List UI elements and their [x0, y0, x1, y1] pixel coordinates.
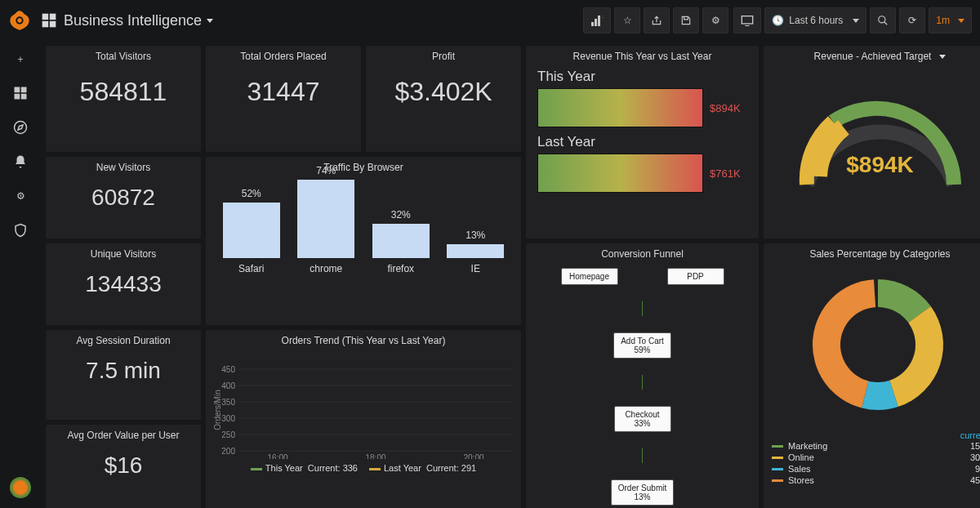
grid-icon[interactable] [11, 83, 30, 103]
add-panel-button[interactable]: + [583, 7, 611, 33]
svg-rect-14 [15, 94, 20, 100]
bar-chart: 52%Safari74%chrome32%firefox13%IE [206, 176, 521, 274]
dashboard-title: Business Intelligence [64, 12, 202, 29]
svg-rect-6 [591, 22, 594, 26]
grafana-logo [8, 9, 31, 32]
legend-item: Sales9% [772, 463, 980, 475]
time-range-picker[interactable]: 🕓 Last 6 hours [764, 7, 866, 33]
panel-title: Conversion Funnel [526, 243, 759, 263]
legend-item: Last Year Current: 291 [369, 463, 476, 473]
panel-title: Orders Trend (This Year vs Last Year) [206, 330, 521, 350]
dashboard-grid-icon [41, 12, 57, 29]
legend-header: current [772, 430, 980, 440]
bar: 32%firefox [376, 209, 425, 274]
stat-value: 60872 [46, 185, 201, 211]
donut-chart [764, 263, 980, 426]
panel-title: New Visitors [46, 157, 201, 176]
panel-orders-trend[interactable]: Orders Trend (This Year vs Last Year) 20… [206, 330, 521, 508]
svg-text:350: 350 [221, 398, 235, 407]
legend-item: This Year Current: 336 [251, 463, 358, 473]
stat-value: 31447 [206, 77, 361, 107]
gear-icon[interactable]: ⚙ [11, 186, 30, 206]
funnel-node: Add To Cart59% [613, 332, 671, 359]
refresh-interval: 1m [936, 15, 950, 26]
bar: 52%Safari [227, 188, 276, 274]
settings-button[interactable]: ⚙ [702, 7, 728, 33]
panel-total-visitors[interactable]: Total Visitors 584811 [46, 46, 201, 152]
panel-avg-order[interactable]: Avg Order Value per User $16 [46, 425, 201, 508]
stat-value: $3.402K [366, 77, 521, 107]
legend-item: Stores45% [772, 475, 980, 486]
gauge-chart [782, 70, 978, 201]
svg-text:+: + [602, 15, 604, 21]
funnel-node: PDP [667, 268, 724, 285]
plus-icon[interactable]: ＋ [11, 49, 30, 69]
panel-traffic-browser[interactable]: Traffic By Browser 52%Safari74%chrome32%… [206, 157, 521, 325]
svg-rect-8 [598, 16, 600, 26]
panel-unique-visitors[interactable]: Unique Visitors 134433 [46, 243, 201, 325]
panel-title: Traffic By Browser [206, 157, 521, 176]
svg-rect-10 [742, 16, 753, 24]
user-avatar[interactable] [10, 477, 31, 498]
svg-rect-2 [42, 14, 49, 20]
revenue-row: Last Year$761K [526, 131, 759, 196]
panel-title: Profit [366, 46, 521, 65]
bar: 74%chrome [301, 165, 350, 274]
panel-title: Unique Visitors [46, 243, 201, 263]
panel-conversion-funnel[interactable]: Conversion Funnel HomepagePDPAdd To Cart… [526, 243, 759, 508]
svg-rect-12 [15, 87, 20, 93]
shield-icon[interactable] [11, 221, 30, 240]
time-range-label: Last 6 hours [789, 15, 843, 26]
svg-point-11 [879, 16, 885, 23]
svg-rect-4 [42, 21, 49, 28]
svg-rect-15 [21, 94, 27, 100]
stat-value: 7.5 min [46, 358, 201, 384]
chart-legend: This Year Current: 336Last Year Current:… [212, 463, 514, 473]
panel-title: Avg Order Value per User [46, 425, 201, 444]
svg-point-1 [17, 18, 21, 22]
sidebar: ＋ ⚙ [0, 41, 41, 508]
star-button[interactable]: ☆ [614, 7, 640, 33]
panel-title: Total Visitors [46, 46, 201, 65]
svg-text:16:00: 16:00 [267, 453, 287, 459]
legend-item: Online30% [772, 452, 980, 463]
svg-rect-5 [50, 21, 56, 28]
panel-title: Sales Percentage by Categories [764, 243, 980, 263]
clock-icon: 🕓 [772, 15, 784, 26]
svg-text:Orders/Min: Orders/Min [213, 390, 222, 430]
panel-total-orders[interactable]: Total Orders Placed 31447 [206, 46, 361, 152]
svg-text:250: 250 [221, 430, 235, 439]
panel-revenue-gauge[interactable]: Revenue - Achieved Target $894K [764, 46, 980, 238]
share-button[interactable] [644, 7, 670, 33]
compass-icon[interactable] [11, 118, 30, 137]
funnel-node: Order Submit13% [611, 479, 674, 506]
svg-text:18:00: 18:00 [365, 453, 385, 459]
bell-icon[interactable] [11, 152, 30, 172]
caret-down-icon [853, 19, 859, 23]
tv-mode-button[interactable] [733, 7, 761, 33]
refresh-button[interactable]: ⟳ [899, 7, 925, 33]
stat-value: 134433 [46, 271, 201, 297]
zoom-out-button[interactable] [870, 7, 896, 33]
panel-title: Revenue This Year vs Last Year [526, 46, 759, 65]
panel-sales-categories[interactable]: Sales Percentage by Categories current M… [764, 243, 980, 508]
caret-down-icon [958, 19, 964, 23]
panel-profit[interactable]: Profit $3.402K [366, 46, 521, 152]
caret-down-icon [939, 55, 946, 59]
refresh-interval-picker[interactable]: 1m [929, 7, 972, 33]
save-button[interactable] [673, 7, 699, 33]
svg-rect-7 [595, 19, 597, 26]
legend-item: Marketing15% [772, 440, 980, 452]
stat-value: 584811 [46, 77, 201, 107]
dashboard-title-picker[interactable]: Business Intelligence [64, 12, 213, 29]
svg-point-16 [15, 122, 27, 134]
panel-revenue-year[interactable]: Revenue This Year vs Last Year This Year… [526, 46, 759, 238]
panel-averages-stack: Avg Session Duration 7.5 min Avg Order V… [46, 330, 201, 508]
panel-title: Revenue - Achieved Target [764, 46, 980, 65]
panel-title: Avg Session Duration [46, 330, 201, 350]
svg-text:400: 400 [221, 381, 235, 390]
panel-new-visitors[interactable]: New Visitors 60872 [46, 157, 201, 238]
panel-avg-session[interactable]: Avg Session Duration 7.5 min [46, 330, 201, 420]
svg-point-33 [840, 307, 915, 382]
revenue-row: This Year$894K [526, 65, 759, 131]
